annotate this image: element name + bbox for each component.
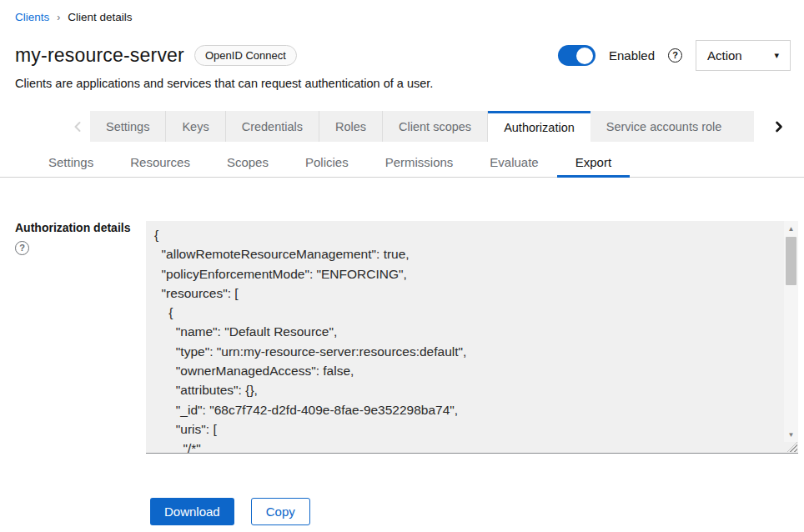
- tab-service-accounts-roles[interactable]: Service accounts role: [590, 111, 754, 142]
- page-header: my-resource-server OpenID Connect Enable…: [0, 40, 804, 71]
- breadcrumb-current: Client details: [68, 11, 132, 23]
- breadcrumb-link-clients[interactable]: Clients: [15, 11, 49, 23]
- tab-client-scopes[interactable]: Client scopes: [383, 111, 488, 142]
- tab-authorization[interactable]: Authorization: [488, 111, 590, 142]
- tab-roles[interactable]: Roles: [319, 111, 383, 142]
- download-button[interactable]: Download: [150, 498, 234, 525]
- help-icon[interactable]: ?: [668, 48, 682, 63]
- subtab-export[interactable]: Export: [557, 148, 630, 178]
- copy-button[interactable]: Copy: [251, 498, 310, 525]
- chevron-right-icon: [774, 121, 784, 133]
- authorization-subtabs: Settings Resources Scopes Policies Permi…: [0, 148, 804, 178]
- chevron-left-icon: [73, 121, 83, 133]
- export-form: Authorization details ? { "allowRemoteRe…: [0, 221, 804, 454]
- action-dropdown[interactable]: Action ▾: [696, 40, 791, 71]
- tab-credentials[interactable]: Credentials: [226, 111, 319, 142]
- help-icon[interactable]: ?: [15, 241, 29, 255]
- scrollbar-thumb[interactable]: [786, 237, 796, 285]
- subtab-scopes[interactable]: Scopes: [209, 148, 287, 178]
- subtab-permissions[interactable]: Permissions: [367, 148, 472, 178]
- subtab-resources[interactable]: Resources: [112, 148, 209, 178]
- tab-settings[interactable]: Settings: [90, 111, 166, 142]
- action-dropdown-label: Action: [707, 48, 742, 63]
- client-tabs: Settings Keys Credentials Roles Client s…: [0, 111, 804, 142]
- authorization-details-json: { "allowRemoteResourceManagement": true,…: [146, 221, 798, 454]
- page-title: my-resource-server: [15, 44, 184, 67]
- scroll-down-icon[interactable]: ▼: [784, 429, 798, 440]
- tab-keys[interactable]: Keys: [166, 111, 225, 142]
- enabled-toggle[interactable]: [558, 45, 595, 66]
- authorization-details-label: Authorization details: [15, 221, 146, 234]
- toggle-knob: [576, 48, 593, 64]
- authorization-details-textarea[interactable]: { "allowRemoteResourceManagement": true,…: [146, 221, 798, 454]
- breadcrumb-separator-icon: ›: [57, 12, 60, 23]
- caret-down-icon: ▾: [774, 50, 779, 61]
- footer-actions: Download Copy: [150, 498, 310, 525]
- subtab-policies[interactable]: Policies: [287, 148, 367, 178]
- scroll-up-icon[interactable]: ▲: [784, 223, 798, 234]
- subtab-evaluate[interactable]: Evaluate: [471, 148, 556, 178]
- tabs-scroll-left-button[interactable]: [65, 111, 90, 142]
- tabs-scroll-right-button[interactable]: [764, 111, 794, 142]
- vertical-scrollbar[interactable]: ▲ ▼: [784, 221, 798, 442]
- breadcrumb: Clients › Client details: [0, 0, 804, 23]
- subtab-settings[interactable]: Settings: [30, 148, 112, 178]
- protocol-badge: OpenID Connect: [194, 45, 297, 66]
- page-description: Clients are applications and services th…: [0, 77, 804, 90]
- enabled-toggle-label: Enabled: [609, 48, 655, 63]
